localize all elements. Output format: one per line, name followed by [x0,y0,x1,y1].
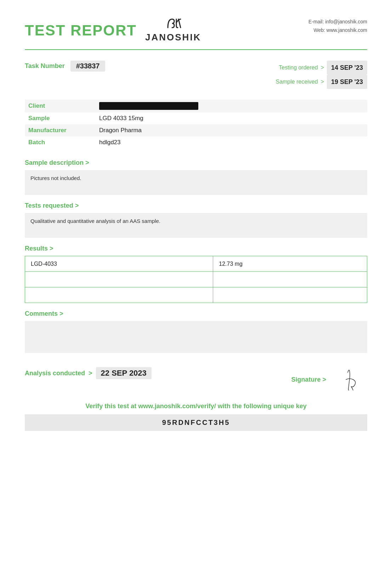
results-table: LGD-4033 12.73 mg [25,256,367,303]
sample-value: LGD 4033 15mg [96,112,367,124]
report-title: TEST REPORT [25,23,137,38]
testing-ordered-row: Testing ordered > 14 SEP '23 [275,61,367,75]
footer-row: Analysis conducted > 22 SEP 2023 Signatu… [25,367,367,392]
manufacturer-label: Manufacturer [25,124,96,136]
manufacturer-row: Manufacturer Dragon Pharma [25,124,367,136]
batch-label: Batch [25,136,96,148]
logo-icon [164,18,182,31]
result-value-2 [213,287,367,303]
sample-description-text: Pictures not included. [25,170,367,195]
comments-text [25,321,367,353]
header-divider [25,49,367,50]
analysis-section: Analysis conducted > 22 SEP 2023 [25,367,152,379]
task-number-label: Task Number [25,62,65,70]
page: TEST REPORT JANOSHIK E-mail: info@janosh… [0,0,392,567]
testing-ordered-value: 14 SEP '23 [327,61,367,75]
analysis-separator: > [89,370,92,377]
testing-ordered-label: Testing ordered [279,62,318,73]
result-name-2 [25,287,213,303]
result-row-2 [25,287,367,303]
result-value-0: 12.73 mg [213,256,367,272]
result-value-1 [213,272,367,287]
client-label: Client [25,100,96,112]
info-table: Client Sample LGD 4033 15mg Manufacturer… [25,100,367,148]
task-number-section: Task Number #33837 [25,61,105,72]
analysis-label: Analysis conducted [25,370,85,377]
unique-key: 95RDNFCCT3H5 [25,414,367,431]
logo-text: JANOSHIK [145,32,201,43]
tests-requested-text: Qualitative and quantitative analysis of… [25,213,367,238]
header-web: Web: www.janoshik.com [308,26,367,35]
sample-row: Sample LGD 4033 15mg [25,112,367,124]
manufacturer-value: Dragon Pharma [96,124,367,136]
logo: JANOSHIK [145,18,201,43]
batch-row: Batch hdlgd23 [25,136,367,148]
results-header: Results > [25,245,367,252]
sample-received-value: 19 SEP '23 [327,75,367,89]
analysis-date: 22 SEP 2023 [96,367,152,379]
client-redacted [99,102,198,110]
batch-value: hdlgd23 [96,136,367,148]
dates-section: Testing ordered > 14 SEP '23 Sample rece… [275,61,367,89]
signature-image [332,367,367,392]
result-name-0: LGD-4033 [25,256,213,272]
header-left: TEST REPORT JANOSHIK [25,18,201,43]
verify-text: Verify this test at www.janoshik.com/ver… [25,403,367,410]
ordered-separator: > [321,62,324,73]
sample-received-label: Sample received [275,76,318,88]
header-email: E-mail: info@janoshik.com [308,18,367,26]
client-value [96,100,367,112]
header: TEST REPORT JANOSHIK E-mail: info@janosh… [25,18,367,43]
task-dates-row: Task Number #33837 Testing ordered > 14 … [25,61,367,89]
sample-label: Sample [25,112,96,124]
signature-section: Signature > [291,367,367,392]
received-separator: > [321,76,324,88]
header-contact: E-mail: info@janoshik.com Web: www.janos… [308,18,367,35]
sample-description-header: Sample description > [25,159,367,167]
tests-requested-header: Tests requested > [25,202,367,209]
result-row-1 [25,272,367,287]
task-number-value: #33837 [70,61,106,72]
comments-header: Comments > [25,310,367,318]
result-name-1 [25,272,213,287]
result-row-0: LGD-4033 12.73 mg [25,256,367,272]
client-row: Client [25,100,367,112]
signature-label: Signature > [291,376,326,383]
sample-received-row: Sample received > 19 SEP '23 [275,75,367,89]
